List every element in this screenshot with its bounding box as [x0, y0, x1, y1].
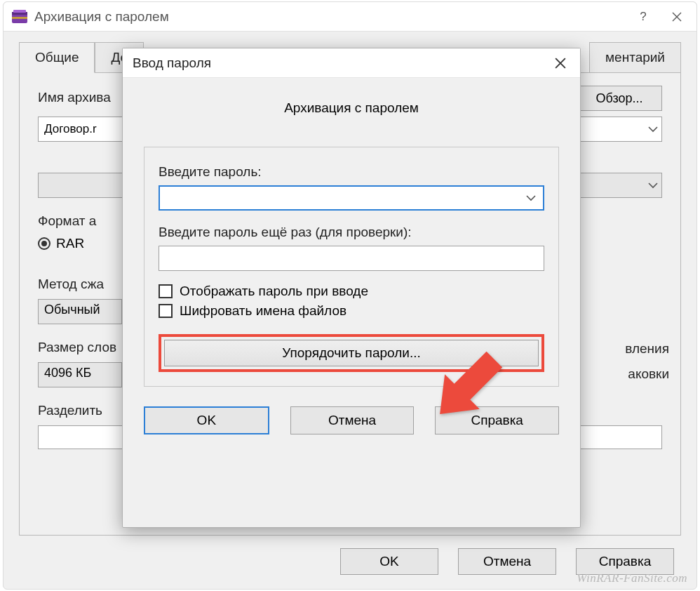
svg-rect-3: [13, 10, 26, 13]
checkbox-icon: [159, 304, 173, 318]
password-input[interactable]: [159, 185, 544, 211]
dialog-help-button[interactable]: Справка: [435, 406, 559, 434]
chevron-down-icon[interactable]: [648, 123, 658, 135]
peek-pack-label: аковки: [628, 366, 669, 382]
radio-selected-icon: [38, 237, 51, 250]
dialog-titlebar: Ввод пароля: [123, 48, 580, 78]
dialog-ok-button[interactable]: OK: [144, 406, 269, 434]
method-dropdown[interactable]: Обычный: [38, 299, 122, 324]
encrypt-names-checkbox[interactable]: Шифровать имена файлов: [159, 303, 544, 319]
main-ok-button[interactable]: OK: [340, 548, 438, 575]
enter-password-label: Введите пароль:: [159, 164, 544, 180]
tab-general[interactable]: Общие: [19, 42, 95, 73]
confirm-password-label: Введите пароль ещё раз (для проверки):: [159, 225, 544, 240]
browse-button[interactable]: Обзор...: [577, 86, 662, 111]
organize-highlight: Упорядочить пароли...: [159, 334, 544, 372]
chevron-down-icon[interactable]: [648, 179, 658, 192]
show-password-label: Отображать пароль при вводе: [180, 284, 368, 299]
dict-size-dropdown[interactable]: 4096 КБ: [38, 362, 122, 387]
chevron-down-icon[interactable]: [526, 192, 536, 204]
main-cancel-button[interactable]: Отмена: [458, 548, 556, 575]
svg-rect-2: [12, 17, 27, 19]
password-dialog: Ввод пароля Архивация с паролем Введите …: [122, 48, 581, 528]
dialog-title: Ввод пароля: [133, 55, 545, 71]
password-group: Введите пароль: Введите пароль ещё раз (…: [144, 147, 559, 387]
tab-comment-stub[interactable]: ментарий: [589, 42, 681, 72]
format-rar-label: RAR: [56, 236, 84, 251]
confirm-password-input[interactable]: [159, 246, 544, 271]
organize-passwords-button[interactable]: Упорядочить пароли...: [164, 340, 539, 366]
watermark: WinRAR-FanSite.com: [577, 571, 687, 585]
help-button[interactable]: ?: [626, 3, 660, 31]
main-titlebar: Архивация с паролем ?: [4, 2, 696, 32]
show-password-checkbox[interactable]: Отображать пароль при вводе: [159, 284, 544, 299]
encrypt-names-label: Шифровать имена файлов: [180, 303, 346, 319]
dialog-close-button[interactable]: [545, 49, 576, 77]
main-window-title: Архивация с паролем: [34, 9, 626, 25]
dialog-heading: Архивация с паролем: [144, 100, 559, 116]
winrar-icon: [11, 8, 29, 26]
peek-update-label: вления: [625, 341, 669, 357]
dialog-footer: OK Отмена Справка: [144, 406, 559, 434]
close-button[interactable]: [660, 3, 694, 31]
checkbox-icon: [159, 284, 173, 298]
dialog-cancel-button[interactable]: Отмена: [290, 406, 415, 434]
